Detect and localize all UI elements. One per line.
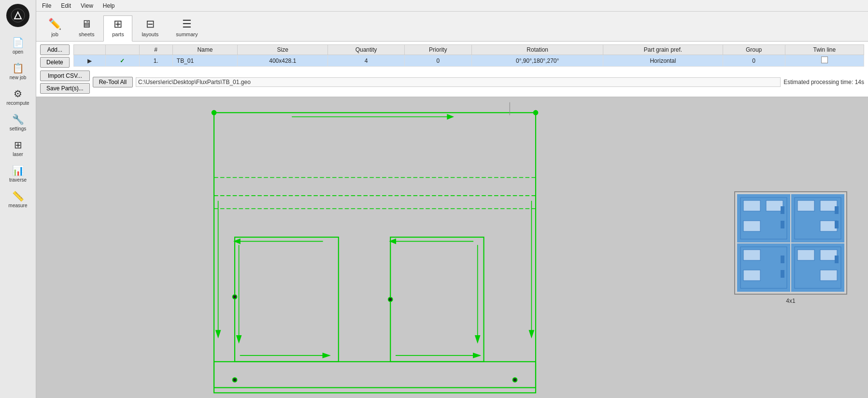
cell-group: 0 [723, 55, 785, 67]
svg-rect-44 [835, 206, 839, 214]
cell-priority: 0 [404, 55, 471, 67]
cell-grain: Horizontal [603, 55, 723, 67]
sidebar-item-new-job[interactable]: 📋 new job [1, 59, 34, 83]
menu-edit[interactable]: Edit [59, 2, 73, 10]
parts-table: # Name Size Quantity Priority Rotation P… [73, 44, 864, 67]
svg-rect-6 [235, 237, 339, 362]
cell-twin-line[interactable] [785, 55, 864, 67]
add-button[interactable]: Add... [40, 44, 70, 55]
delete-button[interactable]: Delete [40, 57, 70, 68]
svg-rect-37 [743, 221, 760, 231]
new-job-icon: 📋 [12, 62, 24, 74]
canvas-area: 4x1 [36, 97, 868, 398]
tab-summary[interactable]: ☰ summary [168, 15, 206, 41]
cell-name: TB_01 [172, 55, 237, 67]
traverse-icon: 📊 [12, 165, 24, 176]
estimated-time: Estimated processing time: 14s [783, 79, 864, 85]
preview-cell-1 [737, 194, 790, 242]
svg-rect-36 [766, 200, 783, 211]
table-row[interactable]: ▶✓1.TB_01400x428.1400°,90°,180°,270°Hori… [73, 55, 864, 67]
open-icon: 📄 [12, 37, 24, 48]
svg-rect-42 [820, 200, 837, 211]
sidebar-item-measure[interactable]: 📏 measure [1, 187, 34, 211]
svg-marker-26 [473, 354, 480, 358]
col-header-check [106, 45, 139, 55]
main-area: File Edit View Help ✏️ job 🖥 sheets ⊞ pa… [36, 0, 868, 398]
svg-rect-35 [743, 200, 760, 211]
cell-rotation: 0°,90°,180°,270° [471, 55, 603, 67]
sidebar-label-open: open [13, 49, 23, 55]
svg-rect-41 [797, 200, 814, 211]
svg-point-31 [233, 378, 237, 382]
svg-rect-53 [820, 250, 837, 260]
preview-grid-label: 4x1 [786, 298, 795, 304]
tab-sheets[interactable]: 🖥 sheets [71, 15, 102, 41]
preview-grid [737, 194, 844, 292]
tab-layouts[interactable]: ⊟ layouts [133, 15, 167, 41]
col-header-rotation: Rotation [471, 45, 603, 55]
sidebar-label-traverse: traverse [9, 177, 27, 183]
save-parts-button[interactable]: Save Part(s)... [40, 83, 90, 94]
measure-icon: 📏 [12, 190, 24, 202]
preview-cell-4 [791, 243, 844, 292]
sidebar-item-laser[interactable]: ⊞ laser [1, 136, 34, 160]
svg-point-29 [233, 295, 237, 299]
tab-summary-label: summary [176, 31, 198, 37]
menubar: File Edit View Help [36, 0, 868, 12]
cell-arrow: ▶ [73, 55, 106, 67]
col-header-num: # [139, 45, 172, 55]
sidebar-label-new-job: new job [10, 75, 26, 80]
col-header-quantity: Quantity [328, 45, 404, 55]
svg-rect-45 [835, 221, 839, 228]
tab-layouts-label: layouts [142, 31, 158, 37]
svg-marker-22 [390, 239, 396, 243]
tab-job[interactable]: ✏️ job [40, 15, 70, 41]
settings-icon: 🔧 [12, 114, 24, 125]
svg-rect-47 [743, 250, 760, 260]
app-logo [6, 4, 29, 27]
sidebar-item-recompute[interactable]: ⚙ recompute [1, 85, 34, 109]
sidebar-item-settings[interactable]: 🔧 settings [1, 111, 34, 134]
recompute-icon: ⚙ [14, 88, 22, 100]
tab-summary-icon: ☰ [182, 18, 192, 30]
part-svg [36, 97, 713, 398]
svg-rect-2 [214, 113, 536, 393]
col-header-arrow [73, 45, 106, 55]
svg-marker-20 [323, 354, 329, 358]
svg-rect-39 [781, 221, 784, 228]
tab-parts-label: parts [112, 31, 124, 37]
svg-rect-54 [820, 270, 837, 281]
svg-point-27 [212, 111, 216, 115]
parts-table-area: Add... Delete # Name Size Quantity Pri [36, 42, 868, 97]
svg-rect-52 [797, 250, 814, 260]
sidebar: 📄 open 📋 new job ⚙ recompute 🔧 settings … [0, 0, 36, 398]
col-header-group: Group [723, 45, 785, 55]
col-header-size: Size [238, 45, 328, 55]
svg-marker-14 [529, 330, 534, 337]
sidebar-label-settings: settings [10, 126, 26, 131]
cell-size: 400x428.1 [238, 55, 328, 67]
tab-sheets-label: sheets [79, 31, 94, 37]
svg-rect-7 [390, 237, 484, 362]
sidebar-label-measure: measure [9, 203, 28, 208]
menu-file[interactable]: File [40, 2, 53, 10]
menu-view[interactable]: View [79, 2, 95, 10]
svg-rect-48 [743, 270, 760, 281]
col-header-twin-line: Twin line [785, 45, 864, 55]
preview-cell-3 [737, 243, 790, 292]
preview-frame [734, 191, 847, 295]
retool-all-button[interactable]: Re-Tool All [93, 77, 133, 87]
tab-parts[interactable]: ⊞ parts [103, 15, 132, 42]
svg-rect-43 [820, 221, 837, 231]
sidebar-label-laser: laser [13, 152, 23, 157]
sidebar-item-traverse[interactable]: 📊 traverse [1, 162, 34, 185]
cell-check: ✓ [106, 55, 139, 67]
tab-job-label: job [51, 31, 58, 37]
part-drawing-canvas [36, 97, 713, 398]
import-csv-button[interactable]: Import CSV... [40, 71, 90, 81]
svg-rect-50 [781, 270, 784, 278]
menu-help[interactable]: Help [101, 2, 117, 10]
sidebar-item-open[interactable]: 📄 open [1, 34, 34, 57]
cell-quantity: 4 [328, 55, 404, 67]
svg-marker-24 [475, 336, 480, 342]
